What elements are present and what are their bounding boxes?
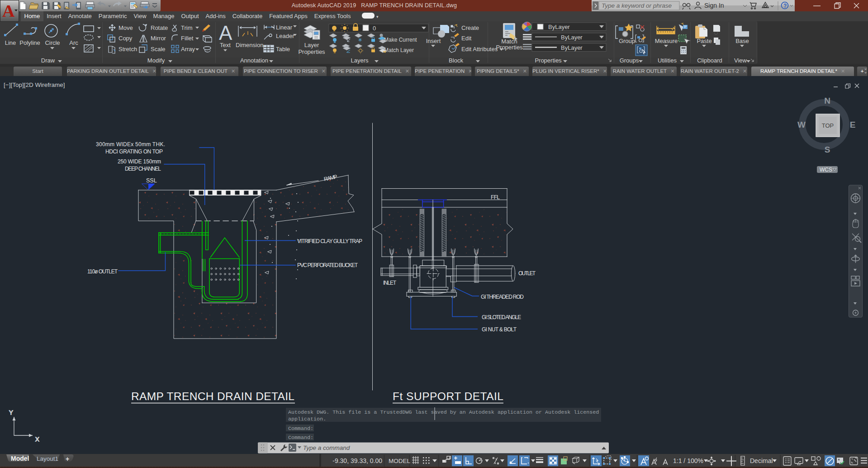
svg-text:Annotation: Annotation (240, 57, 268, 64)
svg-text:Type a command: Type a command (303, 444, 350, 451)
svg-text:Group: Group (619, 38, 635, 44)
svg-text:VITRIFIED CLAY GULLY TRAP: VITRIFIED CLAY GULLY TRAP (297, 238, 362, 244)
svg-text:Type a keyword or phrase: Type a keyword or phrase (602, 2, 672, 9)
svg-text:Layout1: Layout1 (37, 455, 58, 462)
svg-text:Properties: Properties (298, 48, 325, 55)
svg-text:Layer: Layer (304, 42, 319, 48)
svg-text:WCS: WCS (820, 167, 832, 173)
svg-text:Measure: Measure (655, 38, 678, 44)
svg-text:Modify: Modify (147, 57, 165, 64)
svg-text:MODEL: MODEL (389, 458, 411, 464)
svg-text:Circle: Circle (45, 39, 60, 46)
svg-text:Command:: Command: (288, 435, 313, 441)
svg-text:Mirror: Mirror (151, 35, 166, 42)
svg-text:Y: Y (9, 409, 13, 416)
svg-text:X: X (35, 436, 39, 443)
svg-text:Utilities: Utilities (658, 57, 677, 64)
svg-text:Properties: Properties (496, 44, 523, 51)
svg-text:[−][Top][2D Wireframe]: [−][Top][2D Wireframe] (4, 81, 65, 88)
svg-text:Match Layer: Match Layer (384, 47, 414, 53)
svg-text:Groups: Groups (620, 57, 639, 64)
svg-text:Insert: Insert (426, 38, 441, 44)
svg-text:SSL: SSL (146, 177, 157, 184)
svg-text:Block: Block (449, 57, 463, 64)
svg-text:Leader: Leader (276, 33, 294, 39)
svg-text:Draw: Draw (41, 57, 55, 64)
svg-text:INLET: INLET (383, 280, 397, 286)
svg-text:A: A (219, 22, 232, 44)
svg-text:GI THREADED ROD: GI THREADED ROD (481, 294, 524, 300)
svg-text:GI NUT & BOLT: GI NUT & BOLT (482, 326, 517, 333)
svg-text:DEEP CHANNEL: DEEP CHANNEL (125, 166, 161, 172)
svg-text:110ø OUTLET: 110ø OUTLET (87, 268, 118, 275)
svg-text:Array: Array (181, 46, 195, 53)
svg-text:Base: Base (735, 38, 749, 44)
svg-text:Model: Model (11, 455, 29, 462)
svg-text:View: View (734, 57, 747, 64)
svg-text:Linear: Linear (276, 24, 293, 31)
svg-text:Layers: Layers (351, 57, 369, 64)
svg-text:W: W (797, 120, 806, 129)
svg-text:300mm WIDEx 50mm THK.: 300mm WIDEx 50mm THK. (96, 141, 165, 148)
svg-text:Fillet: Fillet (181, 35, 194, 42)
svg-text:Edit Attributes: Edit Attributes (461, 46, 498, 53)
svg-text:Paste: Paste (697, 38, 711, 44)
svg-text:Copy: Copy (119, 35, 133, 42)
svg-text:A: A (2, 1, 15, 20)
svg-text:Arc: Arc (69, 39, 78, 46)
svg-text:E: E (850, 120, 856, 129)
svg-text:Scale: Scale (151, 46, 166, 53)
svg-text:RAMP TRENCH DRAIN DETAIL: RAMP TRENCH DRAIN DETAIL (131, 390, 294, 402)
svg-text:GI SLOTED ANGLE: GI SLOTED ANGLE (482, 314, 521, 320)
svg-text:Edit: Edit (461, 35, 472, 42)
svg-text:S: S (825, 145, 830, 154)
svg-text:Table: Table (276, 46, 290, 53)
svg-text:1:1 / 100%: 1:1 / 100% (673, 457, 703, 464)
svg-text:Make Current: Make Current (384, 37, 417, 43)
svg-text:Move: Move (119, 24, 133, 31)
svg-text:Stretch: Stretch (119, 46, 137, 53)
svg-text:PVC PERFORATED BUCKET: PVC PERFORATED BUCKET (297, 262, 358, 268)
svg-text:N: N (824, 96, 830, 105)
svg-text:HDCI GRATING ON TOP: HDCI GRATING ON TOP (105, 148, 163, 155)
svg-text:Command:: Command: (288, 425, 313, 432)
svg-text:Sign In: Sign In (704, 2, 724, 9)
svg-text:Autodesk DWG. This file is a: Autodesk DWG. This file is a TrustedDWG … (288, 409, 599, 415)
svg-text:ByLayer: ByLayer (561, 34, 583, 41)
svg-text:Rotate: Rotate (151, 24, 168, 31)
svg-text:Clipboard: Clipboard (697, 57, 722, 64)
svg-text:Line: Line (5, 39, 16, 46)
svg-text:-9.30, 39.33, 0.00: -9.30, 39.33, 0.00 (332, 457, 382, 464)
svg-text:?: ? (783, 3, 787, 9)
svg-text:OUTLET: OUTLET (518, 270, 536, 277)
svg-text:FFL: FFL (491, 194, 500, 201)
svg-text:ByLayer: ByLayer (548, 24, 570, 30)
svg-text:Trim: Trim (181, 24, 193, 31)
svg-text:Ft SUPPORT DETAIL: Ft SUPPORT DETAIL (393, 390, 503, 402)
svg-text:Properties: Properties (535, 57, 562, 64)
svg-text:application.: application. (288, 416, 326, 422)
svg-text:Polyline: Polyline (19, 39, 40, 46)
svg-text:Dimension: Dimension (236, 42, 263, 48)
svg-text:0: 0 (373, 25, 376, 32)
svg-text:250 WIDE 150mm: 250 WIDE 150mm (118, 158, 161, 165)
svg-text:ByLayer: ByLayer (561, 44, 583, 51)
svg-text:Create: Create (461, 24, 479, 31)
svg-text:+: + (66, 455, 69, 463)
svg-text:TOP: TOP (822, 122, 834, 129)
svg-text:Decimal: Decimal (750, 457, 773, 464)
svg-text:Text: Text (220, 42, 231, 48)
